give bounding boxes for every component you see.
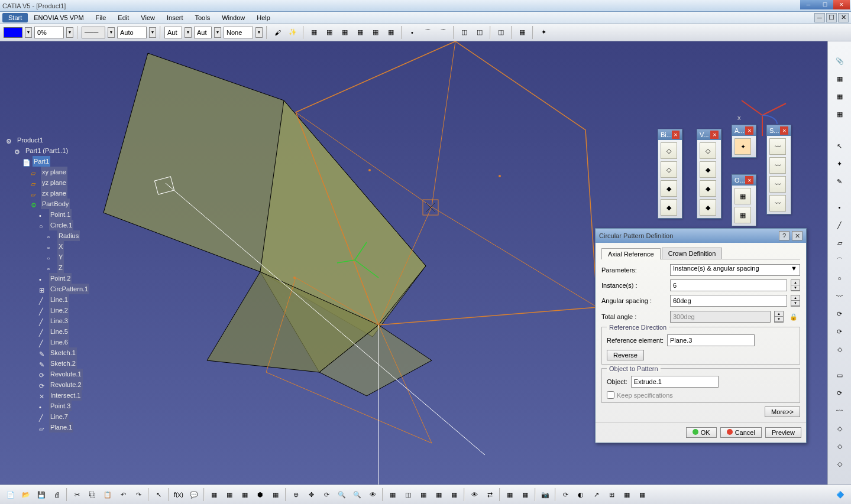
keep-specs-checkbox[interactable] [607,391,614,399]
tree-item[interactable]: ▫X [6,241,89,252]
tree-plane[interactable]: ▱zx plane [6,188,89,199]
tool-icon[interactable]: ↗ [589,487,603,502]
menu-insert[interactable]: Insert [161,13,189,22]
opacity-combo[interactable]: 0% [34,27,64,38]
tool-icon[interactable]: ▦ [354,26,367,39]
tree-item[interactable]: ▫Radius [6,230,89,241]
save-icon[interactable]: 💾 [34,487,48,502]
print-icon[interactable]: 🖨 [50,487,64,502]
tool-icon[interactable]: ▦ [323,26,336,39]
zoom-in-icon[interactable]: 🔍 [335,487,349,502]
auto2-dropdown[interactable]: ▼ [185,27,192,38]
circle-icon[interactable]: ○ [832,271,847,286]
reverse-button[interactable]: Reverse [607,350,644,360]
palette-s[interactable]: S...✕ 〰〰〰〰 [766,125,791,214]
tool-icon[interactable]: ▦ [432,487,446,502]
auto1-combo[interactable]: Auto [117,27,147,38]
tree-root[interactable]: ⚙Product1 [6,135,89,145]
fit-icon[interactable]: ⊕ [289,487,303,502]
auto3-combo[interactable]: Aut [194,27,212,38]
linetype-combo[interactable]: ─── [82,27,105,38]
menu-file[interactable]: File [90,13,112,22]
tree-item[interactable]: ╱Line.6 [6,337,89,347]
tool-icon[interactable]: ▦ [338,26,351,39]
tree-item[interactable]: ⟳Revolute.2 [6,379,89,390]
obj-input[interactable] [631,376,719,388]
tool-button[interactable]: ◆ [661,199,677,216]
compass-icon[interactable]: ✦ [832,156,847,171]
point-icon[interactable]: • [832,200,847,215]
tool-icon[interactable]: ▦ [416,487,431,502]
tool-button[interactable]: ▦ [734,188,751,204]
tool-button[interactable]: ◇ [661,161,677,178]
rotate-icon[interactable]: ⟳ [319,487,334,502]
tool-icon[interactable]: ◇ [832,421,847,436]
sweep-icon[interactable]: 〰 [832,403,847,418]
iso-icon[interactable]: ◫ [401,487,415,502]
tree-item[interactable]: ✎Sketch.1 [6,347,89,358]
tool-icon[interactable]: ▦ [222,487,237,502]
tool-icon[interactable]: ⟳ [832,306,847,321]
more-button[interactable]: More>> [765,407,800,417]
tool-button[interactable]: ◇ [661,142,677,159]
spacing-input[interactable] [670,295,787,307]
tree-part1[interactable]: 📄Part1 [6,156,89,167]
tree-item[interactable]: •Point.1 [6,209,89,220]
palette-o[interactable]: O...✕ ▦▦ [732,174,756,226]
minimize-button[interactable]: ─ [800,0,817,9]
tree-item[interactable]: •Point.3 [6,401,89,411]
tool-icon[interactable]: ▦ [832,71,847,86]
tree-item[interactable]: ▱Plane.1 [6,422,89,433]
tool-button[interactable]: ◆ [661,180,677,197]
tree-item[interactable]: ╱Line.2 [6,305,89,316]
close-icon[interactable]: ✕ [780,126,788,135]
arc2-icon[interactable]: ⌒ [436,26,449,39]
view-icon[interactable]: 👁 [365,487,380,502]
spinner[interactable]: ▲▼ [791,279,800,291]
tree-item[interactable]: ⊞CircPattern.1 [6,284,89,294]
curve-icon[interactable]: ⌒ [832,253,847,268]
doc-min-button[interactable]: ─ [814,13,825,22]
tool-icon[interactable]: ▦ [447,487,461,502]
tool-button[interactable]: 〰 [769,176,786,193]
tool-icon[interactable]: ▦ [832,89,847,104]
tool-icon[interactable]: ▦ [268,487,283,502]
close-button[interactable]: ✕ [833,0,850,9]
cut-icon[interactable]: ✂ [70,487,84,502]
tool-icon[interactable]: ◇ [832,456,847,472]
tree-item[interactable]: •Point.2 [6,273,89,284]
doc-max-button[interactable]: ☐ [826,13,837,22]
pan-icon[interactable]: ✥ [304,487,318,502]
select-icon[interactable]: ↖ [151,487,166,502]
tab-axial[interactable]: Axial Reference [601,248,661,259]
spinner[interactable]: ▲▼ [774,311,784,323]
tool-icon[interactable]: ◐ [574,487,588,502]
tab-crown[interactable]: Crown Definition [662,248,723,259]
plane-icon[interactable]: ▱ [832,235,847,251]
sketch-icon[interactable]: ✎ [832,174,847,189]
grid-icon[interactable]: ▦ [620,487,634,502]
new-icon[interactable]: 📄 [4,487,18,502]
menu-tools[interactable]: Tools [189,13,216,22]
tool-icon[interactable]: ⟳ [832,324,847,339]
tool-icon[interactable]: ⊞ [604,487,619,502]
menu-window[interactable]: Window [216,13,251,22]
tool-button[interactable]: 〰 [769,157,786,174]
instances-input[interactable] [670,279,787,291]
tool-button[interactable]: ◇ [700,142,716,159]
tool-icon[interactable]: ▦ [832,106,847,122]
tree-plane[interactable]: ▱xy plane [6,167,89,177]
color-picker[interactable] [4,27,22,38]
tree-item[interactable]: ⟳Revolute.1 [6,369,89,379]
dialog-titlebar[interactable]: Circular Pattern Definition ? ✕ [596,229,806,243]
tool-button[interactable]: ✦ [734,138,751,155]
tree-item[interactable]: ⨯Intersect.1 [6,390,89,401]
tool-icon[interactable]: ▦ [635,487,649,502]
tree-item[interactable]: ╱Line.3 [6,316,89,326]
lock-icon[interactable]: 🔒 [787,310,800,323]
close-icon[interactable]: ✕ [672,131,679,139]
none-dropdown[interactable]: ▼ [255,27,263,38]
grid2-icon[interactable]: ▦ [516,26,529,39]
help-button[interactable]: ? [779,231,789,240]
tree-plane[interactable]: ▱yz plane [6,177,89,188]
